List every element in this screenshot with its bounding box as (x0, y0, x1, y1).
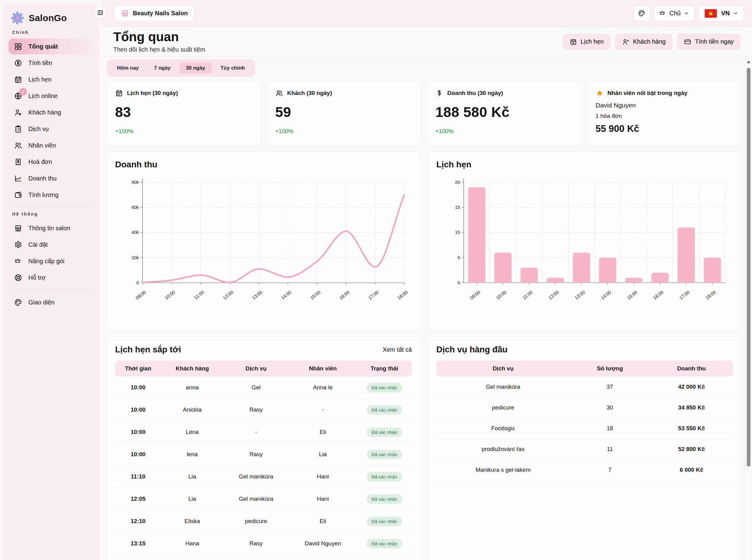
svg-text:15:00: 15:00 (626, 289, 638, 300)
svg-text:14:00: 14:00 (600, 289, 612, 300)
sidebar-item-label: Cài đặt (28, 241, 48, 248)
sidebar-item-dịch-vụ[interactable]: Dịch vụ (8, 121, 94, 137)
sidebar-item-hỗ-trợ[interactable]: Hỗ trợ (8, 269, 94, 285)
payroll-icon (14, 191, 22, 199)
appointment-row[interactable]: 12:05 Lia Gel manikúra Hani Đã xác nhận (115, 488, 412, 510)
view-all-link[interactable]: Xem tất cả (383, 346, 412, 353)
revenue-chart-card: Doanh thu 0 20k 40k 60k 80k 09:00 10:00 … (106, 152, 421, 331)
dashboard-content: Hôm nay7 ngày30 ngàyTùy chỉnh Lịch hẹn (… (102, 57, 752, 560)
sidebar-item-tính-lương[interactable]: Tính lương (8, 187, 94, 203)
action-lịch-hẹn[interactable]: Lịch hẹn (563, 34, 611, 50)
svg-text:14:00: 14:00 (280, 289, 292, 300)
sidebar-item-label: Giao diện (28, 299, 55, 306)
staff-icon (14, 141, 22, 149)
service-qty: 37 (570, 383, 650, 390)
status-badge: Đã xác nhận (367, 472, 402, 482)
service-row[interactable]: Gel manikúra 37 42 000 Kč (436, 377, 733, 397)
palette-icon (638, 9, 646, 17)
service-row[interactable]: Footlogix 18 53 550 Kč (436, 418, 733, 439)
appointment-status: Đã xác nhận (357, 494, 412, 504)
filter-7-ngày[interactable]: 7 ngày (147, 62, 177, 74)
service-qty: 11 (570, 446, 650, 453)
salon-name: Beauty Nails Salon (133, 10, 188, 17)
action-khách-hàng[interactable]: Khách hàng (615, 34, 672, 50)
chevron-down-icon (684, 11, 689, 16)
chart-title: Doanh thu (115, 160, 412, 169)
appointment-status: Đã xác nhận (357, 405, 412, 415)
sidebar-item-hoá-đơn[interactable]: Hoá đơn (8, 154, 94, 170)
user-plus-icon (622, 38, 629, 45)
svg-text:40k: 40k (131, 229, 139, 235)
appointment-row[interactable]: 10:00 Lena - Eli Đã xác nhận (115, 421, 412, 443)
stat-delta: +100% (276, 128, 413, 135)
customer-icon (14, 108, 22, 117)
sidebar-item-label: Lịch online (28, 93, 58, 100)
scrollbar-up-arrow[interactable] (747, 60, 750, 63)
filter-30-ngày[interactable]: 30 ngày (179, 62, 212, 74)
appointment-row[interactable]: 11:10 Lia Gel manikúra Hani Đã xác nhận (115, 466, 412, 488)
appointment-customer: lena (161, 451, 223, 458)
appointments-chart-card: Lịch hẹn 0 5 10 15 20 09:00 10:00 11:00 … (428, 152, 741, 331)
appointment-customer: Lia (161, 473, 223, 480)
column-header: Nhân viên (289, 365, 357, 372)
sidebar-item-cài-đặt[interactable]: Cài đặt (8, 237, 94, 253)
theme-button[interactable] (634, 5, 650, 21)
service-name: Gel manikúra (436, 383, 570, 390)
appointment-row[interactable]: 13:15 Hana Rasy David Nguyen Đã xác nhận (115, 533, 412, 555)
store-icon (121, 9, 129, 17)
scrollbar-thumb[interactable] (747, 68, 750, 466)
sidebar-item-tính-tiền[interactable]: Tính tiền (8, 55, 94, 71)
svg-text:18:00: 18:00 (705, 289, 717, 300)
sidebar-item-lịch-hẹn[interactable]: Lịch hẹn (8, 72, 94, 87)
svg-text:10:00: 10:00 (164, 289, 176, 300)
appointment-row[interactable]: 10:00 Anickla Rasy - Đã xác nhận (115, 399, 412, 421)
users-icon (276, 89, 283, 97)
appointment-customer: anna (161, 384, 223, 391)
filter-tùy-chỉnh[interactable]: Tùy chỉnh (214, 62, 251, 74)
sidebar-collapse-button[interactable] (95, 7, 106, 18)
appointment-status: Đã xác nhận (357, 517, 412, 526)
appointment-service: Gel manikúra (223, 496, 289, 502)
column-header: Trạng thái (357, 365, 412, 372)
filter-hôm-nay[interactable]: Hôm nay (110, 62, 146, 74)
main-area: Tổng quan Theo dõi lịch hẹn & hiệu suất … (102, 27, 752, 560)
sidebar-item-giao-diện[interactable]: Giao diện (8, 294, 94, 310)
sidebar-item-nâng-cấp-gói[interactable]: Nâng cấp gói (8, 253, 94, 269)
appointment-row[interactable]: 10:00 lena Rasy Lia Đã xác nhận (115, 443, 412, 466)
action-tính-tiền-ngay[interactable]: Tính tiền ngay (677, 34, 740, 50)
sidebar-item-thông-tin-salon[interactable]: Thông tin salon (8, 220, 94, 236)
stat-card-top-staff: Nhân viên nổi bật trong ngày David Nguye… (587, 81, 742, 146)
column-header: Dịch vụ (223, 365, 289, 372)
service-row[interactable]: pedicure 30 34 850 Kč (436, 397, 733, 418)
appointment-staff: Eli (289, 518, 357, 525)
column-header: Dịch vụ (436, 365, 570, 372)
status-badge: Đã xác nhận (367, 494, 402, 504)
column-header: Số lượng (570, 365, 650, 372)
service-name: prodlužování řas (436, 446, 570, 453)
appointment-service: Rasy (223, 406, 289, 413)
appointment-time: 13:15 (115, 540, 161, 547)
appointment-row[interactable]: 12:10 Eliska pedicure Eli Đã xác nhận (115, 510, 412, 533)
appointment-service: pedicure (223, 518, 289, 525)
sidebar-item-lịch-online[interactable]: 2 Lịch online (8, 88, 94, 104)
sidebar-item-doanh-thu[interactable]: Doanh thu (8, 171, 94, 186)
stat-card-appointments: Lịch hẹn (30 ngày) 83 +100% (106, 81, 261, 146)
status-badge: Đã xác nhận (367, 383, 402, 392)
salon-switcher-chip[interactable]: Beauty Nails Salon (115, 6, 194, 21)
column-header: Thời gian (115, 365, 161, 372)
sidebar-item-label: Doanh thu (28, 175, 57, 182)
sidebar-item-tổng-quát[interactable]: Tổng quát (8, 38, 94, 54)
service-row[interactable]: prodlužování řas 11 52 800 Kč (436, 439, 733, 460)
appointment-staff: Lia (289, 451, 357, 458)
appointment-customer: Eliska (161, 518, 223, 525)
role-dropdown[interactable]: Chủ (654, 5, 695, 21)
language-dropdown[interactable]: VN (698, 5, 744, 21)
sidebar-item-nhân-viên[interactable]: Nhân viên (8, 137, 94, 153)
appointment-service: Rasy (223, 451, 289, 458)
sidebar-item-label: Dịch vụ (28, 125, 49, 133)
page-subtitle: Theo dõi lịch hẹn & hiệu suất tiệm (113, 46, 205, 53)
service-row[interactable]: Manikura s gel-lakem 7 6 000 Kč (436, 460, 733, 480)
service-name: Manikura s gel-lakem (436, 466, 570, 473)
appointment-row[interactable]: 10:00 anna Gel Anna le Đã xác nhận (115, 377, 412, 399)
sidebar-item-khách-hàng[interactable]: Khách hàng (8, 104, 94, 120)
